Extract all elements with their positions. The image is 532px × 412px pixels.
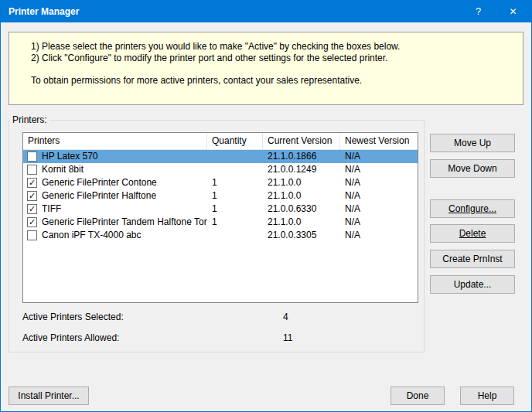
printer-name: Generic FilePrinter Halftone [42,189,156,203]
newest-version-cell: N/A [340,163,418,176]
current-version-cell: 21.1.0.0 [263,216,340,229]
titlebar[interactable]: Printer Manager ? ✕ [1,1,531,22]
printer-name-cell: ✓Generic FilePrinter Contone [23,176,207,189]
help-button[interactable]: ? [461,1,496,22]
active-printers-allowed-label: Active Printers Allowed: [22,332,119,343]
printer-name: Canon iPF TX-4000 abc [42,229,142,242]
instruction-line-1: 1) Please select the printers you would … [31,41,400,52]
column-header-newest-version[interactable]: Newest Version [340,133,418,149]
printer-name: Generic FilePrinter Tandem Halftone Tony [42,216,207,229]
active-checkbox[interactable]: ✓ [27,191,37,201]
quantity-cell: 1 [207,203,263,216]
printer-name-cell: ✓Generic FilePrinter Halftone [23,189,207,203]
current-version-cell: 21.1.0.1866 [263,150,340,163]
printer-name: Generic FilePrinter Contone [42,176,157,189]
current-version-cell: 21.0.0.6330 [263,203,340,216]
printer-manager-dialog: Printer Manager ? ✕ 1) Please select the… [0,0,532,412]
printer-name-cell: ✓Generic FilePrinter Tandem Halftone Ton… [23,216,207,229]
printer-name-cell: ✓TIFF [23,203,207,216]
current-version-cell: 21.1.0.0 [263,189,340,203]
printer-list[interactable]: Printers Quantity Current Version Newest… [22,132,418,303]
delete-button[interactable]: Delete [430,224,515,243]
column-header-current-version[interactable]: Current Version [263,133,340,149]
quantity-cell [207,163,263,176]
quantity-cell [207,150,263,163]
active-checkbox[interactable]: ✓ [27,204,37,214]
table-row[interactable]: Canon iPF TX-4000 abc21.0.0.3305N/A [23,229,418,242]
newest-version-cell: N/A [340,229,418,242]
window-title: Printer Manager [9,1,79,22]
instruction-line-2: 2) Click "Configure" to modify the print… [31,53,387,63]
quantity-cell: 1 [207,176,263,189]
done-button[interactable]: Done [390,386,445,405]
quantity-cell [207,229,263,242]
active-checkbox[interactable] [27,230,37,240]
configure-button[interactable]: Configure... [430,199,515,218]
table-row[interactable]: Kornit 8bit21.0.0.1249N/A [23,163,418,176]
active-printers-allowed-value: 11 [283,332,292,343]
newest-version-cell: N/A [340,203,418,216]
table-row[interactable]: ✓TIFF121.0.0.6330N/A [23,203,418,216]
instruction-line-3: To obtain permissions for more active pr… [31,75,362,86]
printers-group-label: Printers: [10,114,49,125]
table-row[interactable]: ✓Generic FilePrinter Halftone121.1.0.0N/… [23,189,418,203]
printer-list-body: HP Latex 57021.1.0.1866N/AKornit 8bit21.… [23,150,418,242]
quantity-cell: 1 [207,216,263,229]
newest-version-cell: N/A [340,216,418,229]
column-header-printers[interactable]: Printers [23,133,207,149]
active-checkbox[interactable]: ✓ [27,178,37,188]
update-button[interactable]: Update... [430,275,515,294]
move-up-button[interactable]: Move Up [430,134,515,152]
table-row[interactable]: ✓Generic FilePrinter Contone121.1.0.0N/A [23,176,418,189]
active-printers-selected-label: Active Printers Selected: [22,312,124,322]
quantity-cell: 1 [207,189,263,203]
active-printers-selected-value: 4 [283,312,288,322]
create-prninst-button[interactable]: Create PrnInst [430,250,515,268]
current-version-cell: 21.0.0.3305 [263,229,340,242]
printer-name-cell: HP Latex 570 [23,150,207,163]
current-version-cell: 21.0.0.1249 [263,163,340,176]
help-bottom-button[interactable]: Help [460,386,514,405]
printer-name-cell: Kornit 8bit [23,163,207,176]
instructions-panel: 1) Please select the printers you would … [9,32,523,105]
table-row[interactable]: ✓Generic FilePrinter Tandem Halftone Ton… [23,216,418,229]
printer-name: Kornit 8bit [42,163,84,176]
newest-version-cell: N/A [340,189,418,203]
active-checkbox[interactable] [27,165,37,175]
printer-name: TIFF [42,203,61,216]
column-header-quantity[interactable]: Quantity [207,133,263,149]
current-version-cell: 21.1.0.0 [263,176,340,189]
printer-name-cell: Canon iPF TX-4000 abc [23,229,207,242]
table-row[interactable]: HP Latex 57021.1.0.1866N/A [23,150,418,163]
newest-version-cell: N/A [340,150,418,163]
close-button[interactable]: ✕ [496,1,530,22]
newest-version-cell: N/A [340,176,418,189]
list-header: Printers Quantity Current Version Newest… [23,133,418,150]
printer-name: HP Latex 570 [42,150,98,163]
install-printer-button[interactable]: Install Printer... [9,386,89,405]
move-down-button[interactable]: Move Down [430,159,515,178]
active-checkbox[interactable] [27,152,37,162]
active-checkbox[interactable]: ✓ [27,217,37,227]
